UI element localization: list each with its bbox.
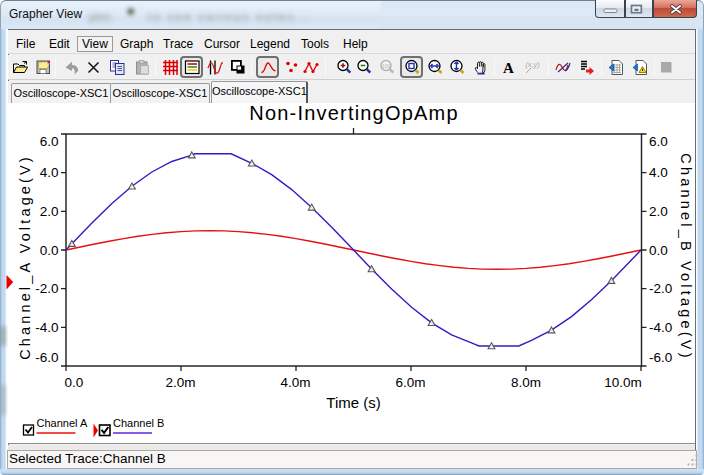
svg-text:0.0: 0.0 bbox=[65, 375, 84, 390]
svg-text:6.0: 6.0 bbox=[649, 134, 668, 149]
svg-text:6.0m: 6.0m bbox=[395, 375, 425, 390]
svg-text:Time (s): Time (s) bbox=[326, 394, 380, 411]
svg-text:-4.0: -4.0 bbox=[35, 320, 58, 335]
svg-text:6.0: 6.0 bbox=[40, 134, 59, 149]
svg-text:0.0: 0.0 bbox=[649, 243, 668, 258]
svg-text:8.0m: 8.0m bbox=[511, 375, 541, 390]
svg-text:-6.0: -6.0 bbox=[649, 350, 672, 365]
svg-text:Channel_A Voltage(V): Channel_A Voltage(V) bbox=[17, 154, 33, 360]
svg-text:10.0m: 10.0m bbox=[604, 375, 642, 390]
svg-text:Channel A: Channel A bbox=[37, 417, 88, 429]
svg-text:-2.0: -2.0 bbox=[35, 281, 58, 296]
svg-text:-6.0: -6.0 bbox=[35, 350, 58, 365]
svg-text:-2.0: -2.0 bbox=[649, 281, 672, 296]
svg-text:4.0: 4.0 bbox=[649, 165, 668, 180]
svg-text:2.0m: 2.0m bbox=[165, 375, 195, 390]
svg-text:Channel_B Voltage(V): Channel_B Voltage(V) bbox=[678, 153, 694, 361]
svg-text:-4.0: -4.0 bbox=[649, 320, 672, 335]
svg-text:4.0m: 4.0m bbox=[280, 375, 310, 390]
svg-text:Non-InvertingOpAmp: Non-InvertingOpAmp bbox=[249, 102, 458, 124]
svg-text:4.0: 4.0 bbox=[40, 165, 59, 180]
svg-text:0.0: 0.0 bbox=[40, 243, 59, 258]
svg-text:2.0: 2.0 bbox=[649, 204, 668, 219]
svg-text:2.0: 2.0 bbox=[40, 204, 59, 219]
svg-text:Channel B: Channel B bbox=[113, 417, 164, 429]
